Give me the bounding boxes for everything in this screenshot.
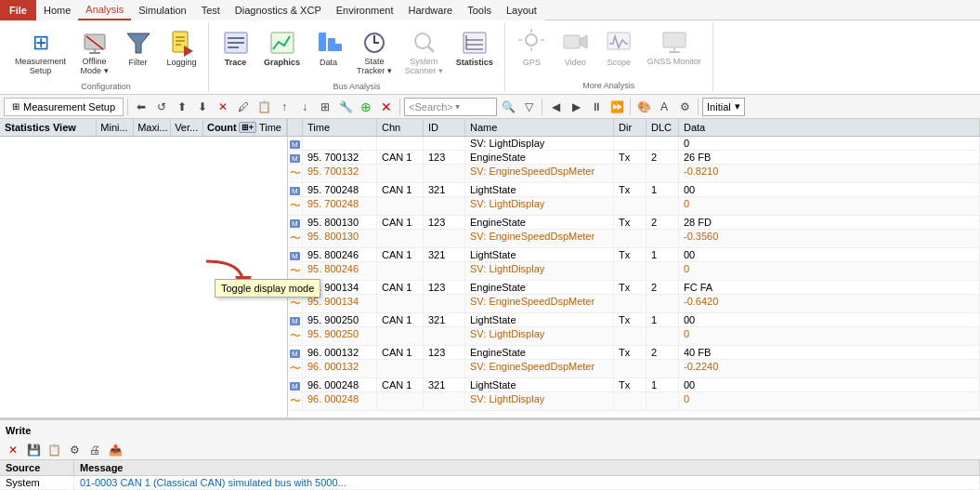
initial-dropdown[interactable]: Initial ▾ — [702, 98, 745, 116]
toolbar-btn-grid[interactable]: ⊞ — [316, 98, 334, 116]
menu-home[interactable]: Home — [36, 0, 78, 20]
main-toolbar: ⊞ Measurement Setup ⬅ ↺ ⬆ ⬇ ✕ 🖊 📋 ↑ ↓ ⊞ … — [0, 95, 980, 119]
trace-row[interactable]: M 95. 900250 CAN 1 321 LightState Tx 1 0… — [288, 313, 980, 327]
toolbar-btn-nav2[interactable]: ▶ — [567, 98, 585, 116]
menu-layout[interactable]: Layout — [499, 0, 544, 20]
toolbar-btn-settings[interactable]: 🔧 — [336, 98, 355, 116]
menu-analysis[interactable]: Analysis — [78, 0, 131, 20]
system-scanner-btn[interactable]: SystemScanner ▾ — [399, 24, 449, 80]
row-dlc — [647, 327, 679, 345]
toolbar-btn-refresh[interactable]: ↺ — [152, 98, 171, 116]
menu-environment[interactable]: Environment — [329, 0, 401, 20]
row-name: EngineState — [465, 216, 614, 229]
write-btn-settings2[interactable]: ⚙ — [65, 441, 84, 459]
trace-row[interactable]: M SV: LightDisplay 0 — [288, 137, 980, 151]
row-time: 95. 700248 — [303, 197, 377, 215]
trace-panel: Time Chn ID Name Dir DLC Data M SV: Ligh… — [288, 119, 980, 417]
row-chn — [377, 262, 424, 280]
row-id: 123 — [424, 281, 465, 294]
toolbar-btn-up[interactable]: ⬆ — [173, 98, 191, 116]
menu-hardware[interactable]: Hardware — [401, 0, 461, 20]
trace-row[interactable]: M 96. 000132 CAN 1 123 EngineState Tx 2 … — [288, 346, 980, 360]
row-dlc: 2 — [647, 281, 679, 294]
write-btn-export[interactable]: 📤 — [106, 441, 124, 459]
menu-test[interactable]: Test — [194, 0, 228, 20]
trace-row[interactable]: 〜 95. 800130 SV: EngineSpeedDspMeter -0.… — [288, 230, 980, 248]
trace-row[interactable]: M 95. 800246 CAN 1 321 LightState Tx 1 0… — [288, 248, 980, 262]
trace-row[interactable]: 〜 95. 700248 SV: LightDisplay 0 — [288, 197, 980, 216]
trace-row[interactable]: 〜 96. 000248 SV: LightDisplay 0 — [288, 392, 980, 411]
row-time: 95. 800130 — [303, 230, 377, 247]
row-chn — [377, 295, 424, 312]
row-name: EngineState — [465, 151, 614, 164]
row-name: EngineState — [465, 346, 614, 359]
tooltip: Toggle display mode — [215, 279, 320, 298]
toolbar-btn-arrow-down[interactable]: ↓ — [295, 98, 314, 116]
filter-btn[interactable]: Filter — [117, 24, 159, 71]
trace-row[interactable]: 〜 95. 900250 SV: LightDisplay 0 — [288, 327, 980, 346]
toolbar-btn-x2[interactable]: ✕ — [377, 98, 396, 116]
trace-row[interactable]: 〜 96. 000132 SV: EngineSpeedDspMeter -0.… — [288, 360, 980, 378]
trace-row[interactable]: M 95. 700132 CAN 1 123 EngineState Tx 2 … — [288, 151, 980, 165]
toolbar-btn-font[interactable]: A — [655, 98, 673, 116]
toolbar-btn-nav3[interactable]: ⏸ — [587, 98, 606, 116]
logging-btn[interactable]: Logging — [161, 24, 203, 71]
log-link[interactable]: 01-0003 CAN 1 (Classical CAN) simulated … — [80, 477, 346, 488]
toolbar-btn-back[interactable]: ⬅ — [132, 98, 150, 116]
toolbar-btn-nav1[interactable]: ◀ — [546, 98, 565, 116]
video-btn[interactable]: Video — [555, 24, 596, 71]
measurement-setup-btn[interactable]: ⊞ MeasurementSetup — [9, 24, 72, 80]
row-data: 00 — [679, 183, 980, 196]
toolbar-btn-down[interactable]: ⬇ — [193, 98, 212, 116]
log-cell-message[interactable]: 01-0003 CAN 1 (Classical CAN) simulated … — [74, 476, 980, 489]
offline-mode-btn[interactable]: OfflineMode ▾ — [73, 24, 115, 80]
scope-btn[interactable]: Scope — [598, 24, 640, 71]
write-btn-save[interactable]: 💾 — [24, 441, 43, 459]
row-dlc — [647, 262, 679, 280]
trace-row[interactable]: 〜 95. 900134 SV: EngineSpeedDspMeter -0.… — [288, 295, 980, 313]
data-btn[interactable]: Data — [307, 24, 349, 71]
trace-row[interactable]: M 96. 000248 CAN 1 321 LightState Tx 1 0… — [288, 378, 980, 392]
gnss-monitor-btn[interactable]: GNSS Monitor — [642, 24, 707, 71]
search-box[interactable]: <Search> ▾ — [404, 98, 497, 116]
toolbar-btn-config2[interactable]: ⚙ — [675, 98, 694, 116]
graphics-btn[interactable]: Graphics — [258, 24, 306, 71]
statistics-panel: Statistics View Mini... Maxi... Ver... C… — [0, 119, 288, 417]
toolbar-btn-nav4[interactable]: ⏩ — [608, 98, 626, 116]
menu-simulation[interactable]: Simulation — [131, 0, 193, 20]
statistics-btn[interactable]: Statistics — [451, 24, 499, 71]
trace-row[interactable]: 〜 95. 800246 SV: LightDisplay 0 — [288, 262, 980, 281]
row-name: LightState — [465, 183, 614, 196]
trace-row[interactable]: M 95. 900134 CAN 1 123 EngineState Tx 2 … — [288, 281, 980, 295]
toolbar-tab[interactable]: ⊞ Measurement Setup — [4, 98, 124, 116]
toolbar-btn-arrow-up[interactable]: ↑ — [275, 98, 294, 116]
write-btn-x[interactable]: ✕ — [4, 441, 22, 459]
row-time: 96. 000248 — [303, 392, 377, 410]
gps-btn[interactable]: GPS — [511, 24, 553, 71]
toolbar-btn-search[interactable]: 🔍 — [499, 98, 517, 116]
toolbar-btn-copy[interactable]: 📋 — [255, 98, 273, 116]
toolbar-btn-add[interactable]: ⊕ — [357, 98, 375, 116]
toolbar-btn-edit[interactable]: 🖊 — [234, 98, 253, 116]
file-menu[interactable]: File — [0, 0, 36, 20]
toolbar-btn-color[interactable]: 🎨 — [634, 98, 653, 116]
write-btn-print[interactable]: 🖨 — [85, 441, 104, 459]
row-data: 26 FB — [679, 151, 980, 164]
trace-btn[interactable]: Trace — [215, 24, 256, 71]
row-icon: M — [288, 151, 303, 164]
log-col-source: Source — [0, 460, 74, 475]
row-data: 0 — [679, 392, 980, 410]
trace-row[interactable]: M 95. 700248 CAN 1 321 LightState Tx 1 0… — [288, 183, 980, 197]
row-data: -0.8210 — [679, 165, 980, 182]
trace-row[interactable]: M 95. 800130 CAN 1 123 EngineState Tx 2 … — [288, 216, 980, 230]
menu-tools[interactable]: Tools — [460, 0, 499, 20]
write-btn-copy2[interactable]: 📋 — [45, 441, 63, 459]
row-dir — [614, 262, 647, 280]
trace-row[interactable]: 〜 95. 700132 SV: EngineSpeedDspMeter -0.… — [288, 165, 980, 183]
stats-header-mini: Mini... — [97, 119, 134, 136]
toolbar-btn-filter2[interactable]: ▽ — [519, 98, 538, 116]
state-tracker-btn[interactable]: StateTracker ▾ — [351, 24, 398, 80]
menu-diagnostics[interactable]: Diagnostics & XCP — [228, 0, 329, 20]
row-id — [424, 230, 465, 247]
toolbar-btn-x1[interactable]: ✕ — [214, 98, 232, 116]
